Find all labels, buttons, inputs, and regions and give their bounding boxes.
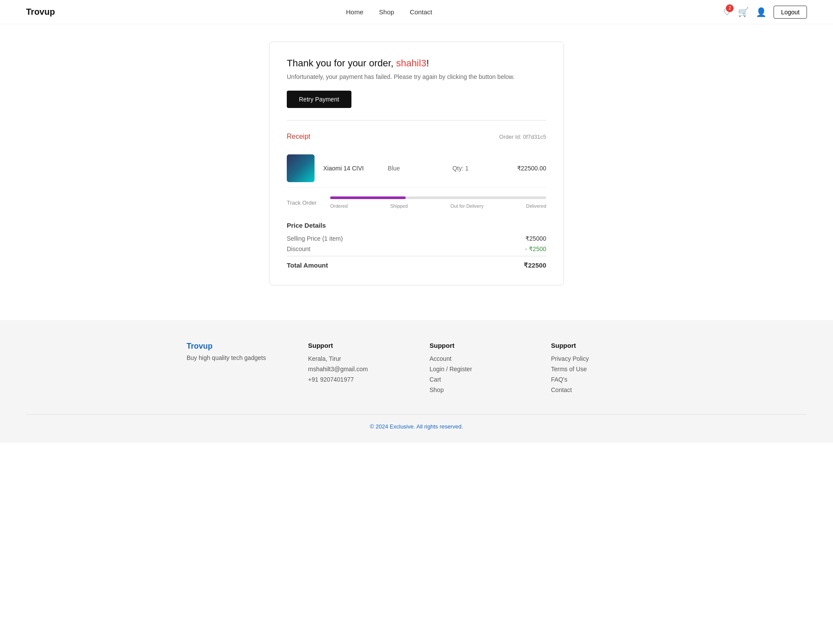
footer-link-contact[interactable]: Contact [551,386,646,393]
selling-price-row: Selling Price (1 item) ₹25000 [287,235,546,242]
payment-failed-message: Unfortunately, your payment has failed. … [287,73,546,80]
footer-phone: +91 9207401977 [308,376,403,383]
footer-copyright: © 2024 Exclusive. All rights reserved. [370,423,463,430]
retry-payment-button[interactable]: Retry Payment [287,91,351,108]
discount-row: Discount - ₹2500 [287,245,546,252]
footer-link-privacy-policy[interactable]: Privacy Policy [551,355,646,362]
track-progress: Ordered Shipped Out for Delivery Deliver… [330,196,546,209]
footer-col1-title: Support [308,342,403,349]
account-button[interactable]: 👤 [756,7,767,17]
logout-button[interactable]: Logout [774,6,807,19]
receipt-header: Receipt Order Id: 0f7d31c5 [287,133,546,141]
footer-col3-title: Support [551,342,646,349]
selling-price-label: Selling Price (1 item) [287,235,343,242]
product-color: Blue [388,165,444,172]
footer-address: Kerala, Tirur [308,355,403,362]
product-quantity: Qty: 1 [453,165,508,172]
discount-label: Discount [287,245,310,252]
footer-link-cart[interactable]: Cart [430,376,525,383]
product-price: ₹22500.00 [517,165,546,172]
product-image [287,154,315,182]
total-value: ₹22500 [524,262,546,269]
total-label: Total Amount [287,262,328,269]
price-details-title: Price Details [287,222,546,229]
footer-support-col2: Support Account Login / Register Cart Sh… [430,342,525,397]
header-icons: ♡ 2 🛒 👤 Logout [723,6,807,19]
section-divider [287,120,546,121]
nav-contact[interactable]: Contact [410,8,433,16]
progress-label-out-for-delivery: Out for Delivery [450,203,483,209]
progress-label-shipped: Shipped [390,203,407,209]
footer-bottom: © 2024 Exclusive. All rights reserved. [26,414,807,430]
product-row: Xiaomi 14 CIVI Blue Qty: 1 ₹22500.00 [287,149,546,188]
footer-link-faq[interactable]: FAQ's [551,376,646,383]
footer-col2-title: Support [430,342,525,349]
footer-link-shop[interactable]: Shop [430,386,525,393]
order-id: Order Id: 0f7d31c5 [499,134,546,140]
nav-home[interactable]: Home [346,8,364,16]
track-order-row: Track Order Ordered Shipped Out for Deli… [287,188,546,217]
footer-link-account[interactable]: Account [430,355,525,362]
receipt-title: Receipt [287,133,310,141]
total-row: Total Amount ₹22500 [287,256,546,269]
username: shahil3 [396,58,426,69]
wishlist-badge: 2 [726,4,734,12]
wishlist-button[interactable]: ♡ 2 [723,7,731,17]
progress-label-ordered: Ordered [330,203,348,209]
track-order-label: Track Order [287,199,321,206]
footer-support-col1: Support Kerala, Tirur mshahilt3@gmail.co… [308,342,403,397]
footer-email: mshahilt3@gmail.com [308,366,403,373]
footer-tagline: Buy high quality tech gadgets [187,354,282,361]
progress-bar-container [330,196,546,199]
main-nav: Home Shop Contact [346,8,433,16]
footer-brand-col: Trovup Buy high quality tech gadgets [187,342,282,397]
footer-support-col3: Support Privacy Policy Terms of Use FAQ'… [551,342,646,397]
main-content: Thank you for your order, shahil3! Unfor… [0,24,833,303]
product-name: Xiaomi 14 CIVI [323,165,379,172]
header: Trovup Home Shop Contact ♡ 2 🛒 👤 Logout [0,0,833,24]
footer-link-terms-of-use[interactable]: Terms of Use [551,366,646,373]
thank-you-suffix: ! [426,58,429,69]
progress-label-delivered: Delivered [526,203,546,209]
footer-brand-name: Trovup [187,342,282,351]
thank-you-title: Thank you for your order, shahil3! [287,58,546,69]
discount-value: - ₹2500 [525,245,546,252]
order-card: Thank you for your order, shahil3! Unfor… [269,42,564,285]
logo: Trovup [26,7,55,17]
thank-you-prefix: Thank you for your order, [287,58,396,69]
footer-link-login-register[interactable]: Login / Register [430,366,525,373]
footer: Trovup Buy high quality tech gadgets Sup… [0,320,833,443]
cart-button[interactable]: 🛒 [738,7,749,17]
footer-content: Trovup Buy high quality tech gadgets Sup… [26,342,807,397]
nav-shop[interactable]: Shop [379,8,394,16]
progress-bar-fill [330,196,406,199]
selling-price-value: ₹25000 [525,235,546,242]
progress-labels: Ordered Shipped Out for Delivery Deliver… [330,203,546,209]
